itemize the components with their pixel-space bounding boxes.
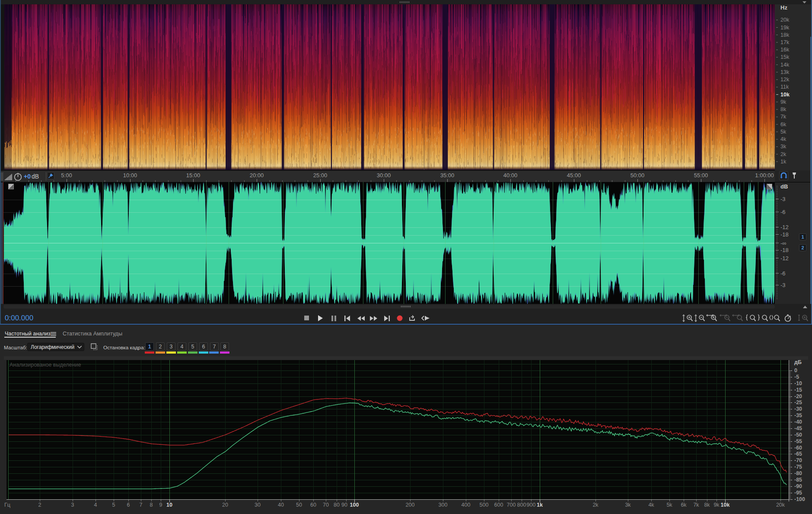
svg-text:-30: -30: [794, 406, 802, 412]
svg-text:40: 40: [278, 502, 284, 508]
svg-text:-35: -35: [794, 412, 802, 418]
svg-text:-55: -55: [794, 438, 802, 444]
svg-text:3: 3: [71, 502, 74, 508]
svg-text:-18: -18: [780, 247, 789, 253]
svg-text:-80: -80: [794, 470, 802, 476]
svg-text:11k: 11k: [780, 84, 789, 90]
svg-text:2k: 2k: [780, 151, 787, 157]
svg-text:16k: 16k: [780, 47, 790, 53]
svg-text:20k: 20k: [780, 17, 790, 23]
svg-text:13k: 13k: [780, 69, 790, 75]
svg-text:7: 7: [140, 502, 143, 508]
svg-text:-3: -3: [780, 196, 786, 202]
svg-text:20k: 20k: [776, 502, 785, 508]
svg-text:7k: 7k: [693, 502, 699, 508]
svg-text:8k: 8k: [704, 502, 710, 508]
svg-text:35:00: 35:00: [440, 172, 455, 179]
svg-text:-100: -100: [794, 496, 805, 502]
svg-text:1k: 1k: [780, 159, 787, 165]
svg-text:-3: -3: [780, 282, 786, 288]
svg-text:дБ: дБ: [794, 359, 802, 365]
svg-text:4k: 4k: [648, 502, 654, 508]
svg-text:900: 900: [527, 502, 536, 508]
svg-text:3k: 3k: [625, 502, 631, 508]
svg-text:Анализированое выделение: Анализированое выделение: [10, 362, 81, 368]
svg-text:15k: 15k: [780, 54, 790, 60]
svg-text:80: 80: [334, 502, 340, 508]
svg-text:-85: -85: [794, 477, 802, 483]
svg-text:-50: -50: [794, 432, 802, 438]
svg-text:Гц: Гц: [4, 502, 10, 508]
svg-text:10:00: 10:00: [123, 172, 137, 179]
svg-text:-20: -20: [794, 393, 802, 399]
svg-text:700: 700: [507, 502, 516, 508]
svg-text:1k: 1k: [537, 502, 543, 508]
svg-text:2: 2: [38, 502, 41, 508]
svg-text:10: 10: [166, 502, 172, 508]
svg-text:45:00: 45:00: [567, 172, 581, 179]
svg-text:60: 60: [310, 502, 316, 508]
svg-text:5k: 5k: [666, 502, 672, 508]
svg-text:200: 200: [406, 502, 415, 508]
svg-text:5: 5: [112, 502, 115, 508]
svg-text:6: 6: [127, 502, 130, 508]
svg-text:4: 4: [94, 502, 97, 508]
svg-text:1:00:00: 1:00:00: [755, 172, 774, 179]
svg-text:5:00: 5:00: [61, 172, 72, 179]
svg-text:30: 30: [255, 502, 261, 508]
svg-text:600: 600: [494, 502, 503, 508]
svg-text:10k: 10k: [721, 502, 730, 508]
svg-text:8: 8: [150, 502, 153, 508]
svg-text:100: 100: [350, 502, 359, 508]
svg-text:400: 400: [462, 502, 471, 508]
svg-text:500: 500: [480, 502, 489, 508]
svg-text:90: 90: [341, 502, 347, 508]
svg-text:-75: -75: [794, 464, 802, 470]
svg-text:55:00: 55:00: [694, 172, 708, 179]
svg-text:9k: 9k: [713, 502, 720, 508]
svg-text:50:00: 50:00: [630, 172, 645, 179]
svg-text:-12: -12: [780, 255, 789, 262]
svg-text:2k: 2k: [592, 502, 599, 508]
svg-text:7k: 7k: [780, 114, 787, 120]
svg-text:30:00: 30:00: [377, 172, 391, 179]
svg-text:Hz: Hz: [780, 4, 787, 11]
svg-text:14k: 14k: [780, 62, 790, 68]
svg-text:10k: 10k: [780, 92, 790, 98]
svg-text:3k: 3k: [780, 144, 787, 150]
svg-text:12k: 12k: [780, 77, 790, 83]
svg-text:4k: 4k: [780, 136, 787, 142]
svg-text:-12: -12: [780, 224, 789, 230]
svg-text:-25: -25: [794, 399, 802, 405]
svg-text:5k: 5k: [780, 129, 787, 135]
svg-text:50: 50: [296, 502, 302, 508]
svg-text:8k: 8k: [780, 106, 787, 112]
svg-text:-65: -65: [794, 451, 802, 457]
svg-text:0: 0: [794, 367, 797, 374]
svg-text:40:00: 40:00: [503, 172, 518, 179]
svg-text:15:00: 15:00: [186, 172, 201, 179]
svg-text:-6: -6: [780, 270, 786, 277]
svg-text:-10: -10: [794, 380, 802, 386]
svg-text:-70: -70: [794, 457, 802, 463]
svg-text:9: 9: [159, 502, 162, 508]
svg-text:-40: -40: [794, 419, 802, 425]
svg-text:9k: 9k: [780, 99, 787, 105]
svg-text:6k: 6k: [780, 121, 787, 128]
svg-text:-15: -15: [794, 387, 802, 393]
svg-text:-∞: -∞: [780, 240, 787, 246]
svg-text:-95: -95: [794, 490, 802, 496]
svg-text:20: 20: [222, 502, 228, 508]
svg-text:-90: -90: [794, 483, 802, 489]
svg-text:300: 300: [439, 502, 448, 508]
svg-text:18k: 18k: [780, 32, 790, 38]
svg-text:70: 70: [323, 502, 329, 508]
svg-text:20:00: 20:00: [250, 172, 264, 179]
svg-text:-6: -6: [780, 209, 786, 215]
svg-text:-18: -18: [780, 231, 789, 238]
svg-text:-60: -60: [794, 445, 802, 451]
svg-text:17k: 17k: [780, 39, 790, 45]
svg-text:-45: -45: [794, 425, 802, 431]
svg-text:19k: 19k: [780, 25, 790, 31]
svg-text:dB: dB: [780, 183, 788, 190]
